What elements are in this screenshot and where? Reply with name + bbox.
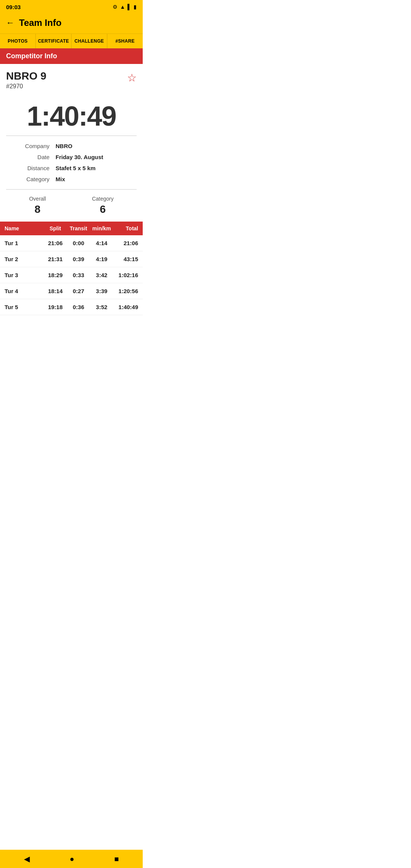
row-minkm: 3:39 — [90, 288, 113, 294]
competitor-name: NBRO 9 — [6, 70, 46, 82]
battery-icon: ▮ — [134, 4, 137, 10]
table-row: Tur 2 21:31 0:39 4:19 43:15 — [0, 251, 143, 267]
row-name: Tur 2 — [5, 256, 44, 262]
table-row: Tur 5 19:18 0:36 3:52 1:40:49 — [0, 299, 143, 315]
category-rank-label: Category — [92, 196, 114, 202]
row-name: Tur 1 — [5, 240, 44, 246]
company-value: NBRO — [56, 143, 72, 149]
info-row-company: Company NBRO — [6, 140, 137, 152]
info-table: Company NBRO Date Friday 30. August Dist… — [0, 136, 143, 189]
tab-photos[interactable]: PHOTOS — [0, 34, 36, 48]
status-bar: 09:03 ⚙ ▲ ▌ ▮ — [0, 0, 143, 14]
info-row-date: Date Friday 30. August — [6, 152, 137, 163]
header-transit: Transit — [67, 225, 90, 231]
row-total: 1:40:49 — [113, 304, 138, 310]
row-transit: 0:00 — [67, 240, 90, 246]
row-name: Tur 3 — [5, 272, 44, 278]
row-split: 18:29 — [44, 272, 67, 278]
distance-value: Stafet 5 x 5 km — [56, 165, 96, 171]
tab-challenge[interactable]: CHALLENGE — [72, 34, 107, 48]
row-total: 1:02:16 — [113, 272, 138, 278]
settings-icon: ⚙ — [113, 4, 118, 10]
wifi-icon: ▲ — [120, 4, 125, 10]
header-split: Split — [44, 225, 67, 231]
row-total: 21:06 — [113, 240, 138, 246]
date-value: Friday 30. August — [56, 154, 103, 160]
status-icons: ⚙ ▲ ▌ ▮ — [113, 4, 137, 10]
status-time: 09:03 — [6, 4, 21, 10]
header-minkm: min/km — [90, 225, 113, 231]
competitor-block: NBRO 9 #2970 ☆ — [0, 64, 143, 93]
tab-certificate[interactable]: CERTIFICATE — [36, 34, 72, 48]
tabs-bar: PHOTOS CERTIFICATE CHALLENGE #SHARE — [0, 34, 143, 48]
rankings-block: Overall 8 Category 6 — [0, 190, 143, 222]
table-row: Tur 3 18:29 0:33 3:42 1:02:16 — [0, 267, 143, 283]
row-transit: 0:27 — [67, 288, 90, 294]
results-table-body: Tur 1 21:06 0:00 4:14 21:06 Tur 2 21:31 … — [0, 235, 143, 315]
category-rank: Category 6 — [92, 196, 114, 215]
row-total: 1:20:56 — [113, 288, 138, 294]
section-header: Competitor Info — [0, 48, 143, 64]
row-minkm: 4:14 — [90, 240, 113, 246]
overall-rank: Overall 8 — [29, 196, 46, 215]
row-transit: 0:33 — [67, 272, 90, 278]
overall-value: 8 — [29, 203, 46, 215]
total-time: 1:40:49 — [0, 93, 143, 136]
header-name: Name — [5, 225, 44, 231]
page-title: Team Info — [19, 18, 62, 28]
row-name: Tur 4 — [5, 288, 44, 294]
signal-icon: ▌ — [127, 4, 131, 10]
row-transit: 0:39 — [67, 256, 90, 262]
row-minkm: 4:19 — [90, 256, 113, 262]
row-split: 19:18 — [44, 304, 67, 310]
category-value: Mix — [56, 176, 65, 182]
header: ← Team Info — [0, 14, 143, 34]
info-row-category: Category Mix — [6, 174, 137, 185]
row-minkm: 3:52 — [90, 304, 113, 310]
table-row: Tur 1 21:06 0:00 4:14 21:06 — [0, 235, 143, 251]
header-total: Total — [113, 225, 138, 231]
category-label: Category — [6, 176, 56, 182]
row-split: 21:31 — [44, 256, 67, 262]
section-header-text: Competitor Info — [6, 52, 57, 60]
tab-share[interactable]: #SHARE — [107, 34, 143, 48]
overall-label: Overall — [29, 196, 46, 202]
category-rank-value: 6 — [92, 203, 114, 215]
favorite-star-icon[interactable]: ☆ — [127, 72, 137, 84]
row-total: 43:15 — [113, 256, 138, 262]
row-name: Tur 5 — [5, 304, 44, 310]
company-label: Company — [6, 143, 56, 149]
date-label: Date — [6, 154, 56, 160]
results-table-header: Name Split Transit min/km Total — [0, 222, 143, 235]
competitor-id: #2970 — [6, 83, 46, 90]
info-row-distance: Distance Stafet 5 x 5 km — [6, 163, 137, 174]
row-split: 18:14 — [44, 288, 67, 294]
back-button[interactable]: ← — [6, 18, 14, 28]
table-row: Tur 4 18:14 0:27 3:39 1:20:56 — [0, 283, 143, 299]
competitor-info: NBRO 9 #2970 — [6, 70, 46, 90]
row-minkm: 3:42 — [90, 272, 113, 278]
row-transit: 0:36 — [67, 304, 90, 310]
row-split: 21:06 — [44, 240, 67, 246]
distance-label: Distance — [6, 165, 56, 171]
